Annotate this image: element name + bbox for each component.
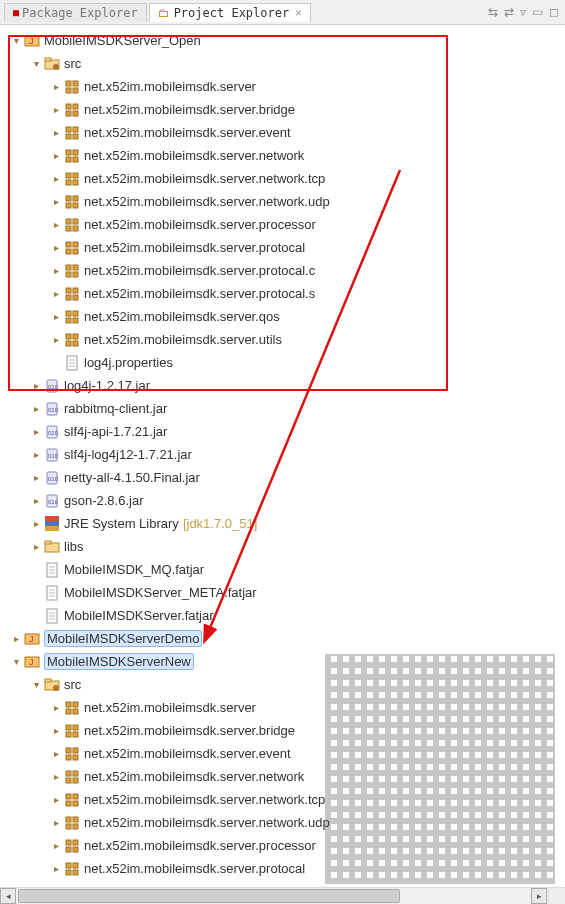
expand-icon[interactable]: ▸ <box>50 104 62 115</box>
package-node[interactable]: ▸net.x52im.mobileimsdk.server.network.ud… <box>4 190 565 213</box>
close-icon[interactable]: ✕ <box>295 6 302 19</box>
package-label: net.x52im.mobileimsdk.server.protocal.c <box>84 263 315 278</box>
expand-icon[interactable]: ▸ <box>50 311 62 322</box>
jar-node[interactable]: ▸010log4j-1.2.17.jar <box>4 374 565 397</box>
package-node[interactable]: ▸net.x52im.mobileimsdk.server.network.ud… <box>4 811 565 834</box>
package-node[interactable]: ▸net.x52im.mobileimsdk.server.utils <box>4 328 565 351</box>
file-icon <box>44 585 60 601</box>
package-node[interactable]: ▸net.x52im.mobileimsdk.server.protocal.c <box>4 259 565 282</box>
package-label: net.x52im.mobileimsdk.server.network.udp <box>84 194 330 209</box>
link-editor-icon[interactable]: ⇄ <box>504 5 514 19</box>
package-node[interactable]: ▸net.x52im.mobileimsdk.server.protocal <box>4 236 565 259</box>
svg-rect-50 <box>73 334 78 339</box>
expand-icon[interactable]: ▸ <box>30 541 42 552</box>
expand-icon[interactable]: ▸ <box>50 173 62 184</box>
expand-icon[interactable]: ▸ <box>50 817 62 828</box>
expand-icon[interactable]: ▸ <box>30 472 42 483</box>
expand-icon[interactable]: ▸ <box>30 380 42 391</box>
expand-icon[interactable]: ▸ <box>30 426 42 437</box>
jar-node[interactable]: ▸010rabbitmq-client.jar <box>4 397 565 420</box>
project-node[interactable]: ▾ J MobileIMSDKServer_Open <box>4 29 565 52</box>
folder-icon <box>44 539 60 555</box>
expand-icon[interactable]: ▸ <box>50 242 62 253</box>
expand-icon[interactable]: ▸ <box>50 196 62 207</box>
maximize-icon[interactable]: ◻ <box>549 5 559 19</box>
file-node[interactable]: log4j.properties <box>4 351 565 374</box>
expand-icon[interactable]: ▸ <box>50 334 62 345</box>
scroll-right-icon[interactable]: ▸ <box>531 888 547 904</box>
collapse-all-icon[interactable]: ⇆ <box>488 5 498 19</box>
package-node[interactable]: ▸net.x52im.mobileimsdk.server <box>4 75 565 98</box>
package-node[interactable]: ▸net.x52im.mobileimsdk.server.bridge <box>4 98 565 121</box>
file-icon <box>64 355 80 371</box>
expand-icon[interactable]: ▸ <box>50 748 62 759</box>
package-node[interactable]: ▸net.x52im.mobileimsdk.server.network <box>4 144 565 167</box>
project-node[interactable]: ▸ J MobileIMSDKServerDemo <box>4 627 565 650</box>
package-node[interactable]: ▸net.x52im.mobileimsdk.server.event <box>4 742 565 765</box>
expand-icon[interactable]: ▸ <box>50 288 62 299</box>
expand-icon[interactable]: ▾ <box>30 679 42 690</box>
tab-project-explorer[interactable]: 🗀 Project Explorer ✕ <box>149 3 311 22</box>
expand-icon[interactable]: ▸ <box>50 794 62 805</box>
package-node[interactable]: ▸net.x52im.mobileimsdk.server.qos <box>4 305 565 328</box>
package-icon <box>64 240 80 256</box>
svg-rect-33 <box>66 242 71 247</box>
package-node[interactable]: ▸net.x52im.mobileimsdk.server.protocal.s <box>4 282 565 305</box>
expand-icon[interactable]: ▸ <box>30 495 42 506</box>
svg-rect-124 <box>73 870 78 875</box>
package-icon <box>64 102 80 118</box>
expand-icon[interactable]: ▸ <box>50 265 62 276</box>
expand-icon[interactable]: ▾ <box>30 58 42 69</box>
tab-package-explorer[interactable]: ■ Package Explorer <box>4 3 147 22</box>
expand-icon[interactable]: ▸ <box>50 771 62 782</box>
src-folder[interactable]: ▾ src <box>4 52 565 75</box>
expand-icon[interactable]: ▸ <box>30 449 42 460</box>
file-node[interactable]: MobileIMSDKServer.fatjar <box>4 604 565 627</box>
file-node[interactable]: MobileIMSDK_MQ.fatjar <box>4 558 565 581</box>
view-menu-icon[interactable]: ▿ <box>520 5 526 19</box>
package-node[interactable]: ▸net.x52im.mobileimsdk.server.network.tc… <box>4 788 565 811</box>
expand-icon[interactable]: ▸ <box>50 840 62 851</box>
svg-rect-116 <box>73 824 78 829</box>
project-node[interactable]: ▾ J MobileIMSDKServerNew <box>4 650 565 673</box>
jre-node[interactable]: ▸ JRE System Library [jdk1.7.0_51] <box>4 512 565 535</box>
expand-icon[interactable]: ▸ <box>50 150 62 161</box>
expand-icon[interactable]: ▸ <box>30 403 42 414</box>
expand-icon[interactable]: ▸ <box>50 127 62 138</box>
package-node[interactable]: ▸net.x52im.mobileimsdk.server.network <box>4 765 565 788</box>
package-node[interactable]: ▸net.x52im.mobileimsdk.server.network.tc… <box>4 167 565 190</box>
package-node[interactable]: ▸net.x52im.mobileimsdk.server.protocal <box>4 857 565 880</box>
expand-icon[interactable]: ▾ <box>10 656 22 667</box>
expand-icon[interactable]: ▸ <box>30 518 42 529</box>
scroll-thumb[interactable] <box>18 889 400 903</box>
expand-icon[interactable]: ▸ <box>50 702 62 713</box>
expand-icon[interactable]: ▸ <box>50 725 62 736</box>
expand-icon[interactable]: ▸ <box>10 633 22 644</box>
svg-rect-46 <box>73 311 78 316</box>
package-icon <box>64 723 80 739</box>
src-folder[interactable]: ▾ src <box>4 673 565 696</box>
expand-icon[interactable]: ▾ <box>10 35 22 46</box>
minimize-icon[interactable]: ▭ <box>532 5 543 19</box>
jre-label: JRE System Library <box>64 516 179 531</box>
package-node[interactable]: ▸net.x52im.mobileimsdk.server <box>4 696 565 719</box>
package-node[interactable]: ▸net.x52im.mobileimsdk.server.processor <box>4 834 565 857</box>
svg-rect-13 <box>66 127 71 132</box>
svg-rect-17 <box>66 150 71 155</box>
package-label: net.x52im.mobileimsdk.server.event <box>84 125 291 140</box>
expand-icon[interactable]: ▸ <box>50 219 62 230</box>
jar-node[interactable]: ▸010slf4j-api-1.7.21.jar <box>4 420 565 443</box>
scroll-left-icon[interactable]: ◂ <box>0 888 16 904</box>
jar-node[interactable]: ▸010gson-2.8.6.jar <box>4 489 565 512</box>
package-node[interactable]: ▸net.x52im.mobileimsdk.server.processor <box>4 213 565 236</box>
svg-text:010: 010 <box>48 499 59 505</box>
package-node[interactable]: ▸net.x52im.mobileimsdk.server.event <box>4 121 565 144</box>
file-node[interactable]: MobileIMSDKServer_META.fatjar <box>4 581 565 604</box>
jar-node[interactable]: ▸010slf4j-log4j12-1.7.21.jar <box>4 443 565 466</box>
svg-rect-115 <box>66 824 71 829</box>
expand-icon[interactable]: ▸ <box>50 863 62 874</box>
libs-folder[interactable]: ▸ libs <box>4 535 565 558</box>
expand-icon[interactable]: ▸ <box>50 81 62 92</box>
package-node[interactable]: ▸net.x52im.mobileimsdk.server.bridge <box>4 719 565 742</box>
jar-node[interactable]: ▸010netty-all-4.1.50.Final.jar <box>4 466 565 489</box>
